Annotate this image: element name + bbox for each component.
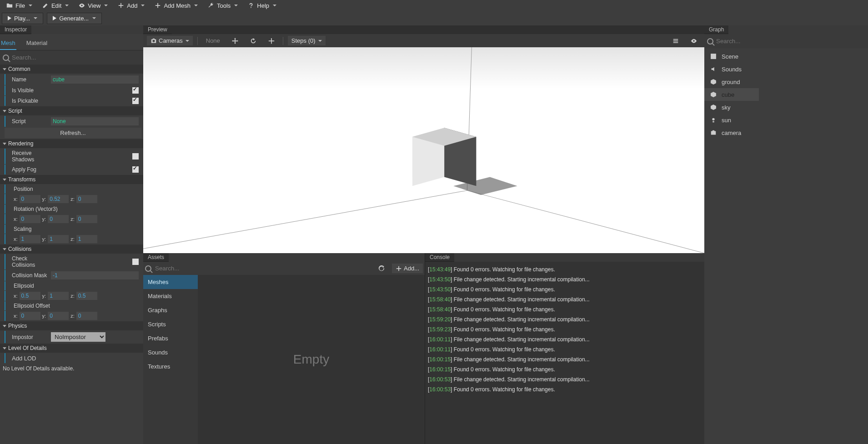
graph-item-cube[interactable]: cube bbox=[704, 88, 759, 101]
field-is-visible: Is Visible bbox=[5, 85, 141, 95]
assets-add-button[interactable]: Add... bbox=[392, 264, 423, 273]
mesh-icon bbox=[710, 104, 717, 111]
graph-item-sounds[interactable]: Sounds bbox=[704, 63, 868, 75]
add-lod-button[interactable]: Add LOD bbox=[5, 353, 141, 363]
search-icon bbox=[145, 265, 151, 272]
console-output[interactable]: [15:43:49] Found 0 errors. Watching for … bbox=[425, 262, 704, 444]
elloff-z-input[interactable] bbox=[76, 312, 97, 320]
assets-refresh-button[interactable] bbox=[375, 264, 388, 273]
menu-icon-button[interactable] bbox=[669, 36, 682, 45]
graph-item-ground[interactable]: ground bbox=[704, 75, 868, 88]
ell-z-input[interactable] bbox=[76, 292, 97, 300]
asset-cat-materials[interactable]: Materials bbox=[143, 289, 198, 303]
scl-x-input[interactable] bbox=[20, 235, 40, 243]
menu-add[interactable]: Add bbox=[113, 1, 149, 10]
pos-x-input[interactable] bbox=[20, 195, 40, 203]
ell-x-input[interactable] bbox=[20, 292, 40, 300]
name-input[interactable] bbox=[51, 75, 139, 84]
asset-cat-scripts[interactable]: Scripts bbox=[143, 317, 198, 331]
move-gizmo-button[interactable] bbox=[228, 36, 242, 45]
section-rendering[interactable]: Rendering bbox=[0, 139, 143, 148]
scl-y-input[interactable] bbox=[48, 235, 69, 243]
graph-item-sun[interactable]: sun bbox=[704, 114, 868, 126]
console-line: [15:43:50] Found 0 errors. Watching for … bbox=[428, 284, 702, 294]
refresh-button[interactable]: Refresh... bbox=[5, 128, 141, 138]
section-collisions[interactable]: Collisions bbox=[0, 244, 143, 254]
graph-title: Graph bbox=[704, 25, 728, 34]
generate-button[interactable]: Generate... bbox=[47, 13, 102, 24]
svg-rect-8 bbox=[712, 55, 714, 57]
asset-cat-meshes[interactable]: Meshes bbox=[143, 275, 198, 289]
graph-item-camera[interactable]: camera bbox=[704, 126, 868, 139]
asset-cat-sounds[interactable]: Sounds bbox=[143, 345, 198, 359]
rot-z-input[interactable] bbox=[76, 215, 97, 223]
collision-mask-input[interactable] bbox=[51, 271, 139, 279]
label-rotation: Rotation (Vector3) bbox=[5, 205, 141, 214]
graph-item-sky[interactable]: sky bbox=[704, 101, 868, 114]
menu-help[interactable]: Help bbox=[243, 1, 281, 10]
menu-file[interactable]: File bbox=[2, 1, 37, 10]
svg-point-9 bbox=[712, 118, 714, 120]
assets-title: Assets bbox=[143, 253, 169, 262]
hamburger-icon bbox=[672, 38, 679, 44]
tab-mesh[interactable]: Mesh bbox=[0, 37, 16, 50]
console-line: [16:00:11] File change detected. Startin… bbox=[428, 334, 702, 344]
section-lod[interactable]: Level Of Details bbox=[0, 344, 143, 353]
apply-fog-checkbox[interactable] bbox=[132, 166, 139, 173]
graph-item-scene[interactable]: Scene bbox=[704, 50, 868, 63]
asset-cat-textures[interactable]: Textures bbox=[143, 359, 198, 374]
section-transforms[interactable]: Transforms bbox=[0, 175, 143, 184]
menu-view[interactable]: View bbox=[74, 1, 112, 10]
console-title: Console bbox=[425, 253, 454, 262]
section-physics[interactable]: Physics bbox=[0, 321, 143, 330]
play-button[interactable]: Play... bbox=[2, 13, 43, 24]
eye-icon bbox=[79, 2, 85, 9]
asset-cat-graphs[interactable]: Graphs bbox=[143, 303, 198, 317]
is-pickable-checkbox[interactable] bbox=[132, 98, 139, 104]
svg-line-2 bbox=[467, 190, 704, 253]
preview-viewport[interactable] bbox=[143, 47, 704, 253]
graph-search[interactable] bbox=[704, 34, 868, 48]
inspector-search-input[interactable] bbox=[12, 54, 140, 61]
wrench-icon bbox=[208, 2, 214, 9]
check-collisions-checkbox[interactable] bbox=[132, 259, 139, 265]
inspector-title: Inspector bbox=[0, 25, 31, 34]
pos-z-input[interactable] bbox=[76, 195, 97, 203]
visibility-button[interactable] bbox=[687, 36, 701, 45]
eye-icon bbox=[691, 38, 697, 44]
assets-search-input[interactable] bbox=[155, 265, 371, 272]
cameras-dropdown[interactable]: Cameras bbox=[147, 36, 193, 45]
steps-dropdown[interactable]: Steps (0) bbox=[288, 36, 326, 45]
asset-cat-prefabs[interactable]: Prefabs bbox=[143, 331, 198, 345]
section-script[interactable]: Script bbox=[0, 106, 143, 115]
elloff-x-input[interactable] bbox=[20, 312, 40, 320]
console-line: [16:00:53] Found 0 errors. Watching for … bbox=[428, 384, 702, 394]
main-menu-bar: File Edit View Add Add Mesh Tools Help bbox=[0, 0, 868, 11]
menu-add-mesh[interactable]: Add Mesh bbox=[150, 1, 202, 10]
mesh-icon bbox=[710, 91, 717, 98]
preview-none[interactable]: None bbox=[202, 36, 224, 45]
section-common[interactable]: Common bbox=[0, 65, 143, 74]
rot-y-input[interactable] bbox=[48, 215, 69, 223]
scene-icon bbox=[710, 53, 717, 60]
scl-z-input[interactable] bbox=[76, 235, 97, 243]
is-visible-checkbox[interactable] bbox=[132, 87, 139, 94]
menu-tools[interactable]: Tools bbox=[203, 1, 242, 10]
field-script: Script bbox=[5, 116, 141, 127]
graph-search-input[interactable] bbox=[716, 38, 865, 45]
inspector-search[interactable] bbox=[0, 50, 143, 65]
assets-panel: Assets Add... MeshesMaterialsGraphsScrip… bbox=[143, 253, 425, 444]
menu-edit[interactable]: Edit bbox=[38, 1, 73, 10]
script-input[interactable] bbox=[51, 117, 139, 125]
impostor-select[interactable]: NoImpostor bbox=[51, 332, 105, 342]
elloff-y-input[interactable] bbox=[48, 312, 69, 320]
ell-y-input[interactable] bbox=[48, 292, 69, 300]
pos-y-input[interactable] bbox=[48, 195, 69, 203]
scale-gizmo-button[interactable] bbox=[265, 36, 278, 45]
rotate-gizmo-button[interactable] bbox=[246, 36, 260, 45]
console-line: [16:00:11] Found 0 errors. Watching for … bbox=[428, 344, 702, 354]
tab-material[interactable]: Material bbox=[25, 37, 48, 50]
receive-shadows-checkbox[interactable] bbox=[132, 153, 139, 160]
rot-x-input[interactable] bbox=[20, 215, 40, 223]
refresh-icon bbox=[378, 265, 385, 272]
